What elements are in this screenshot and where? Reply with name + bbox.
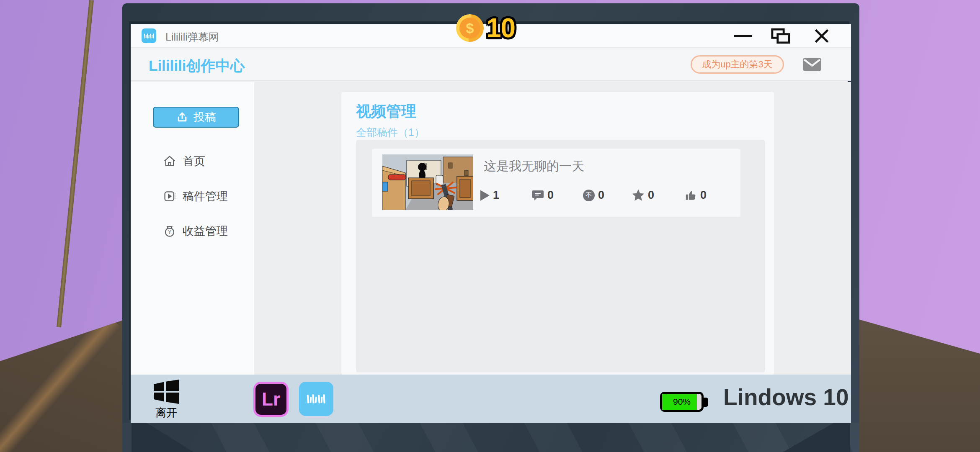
section-title: 视频管理 [356,101,416,122]
restore-icon [771,28,790,44]
stat-likes: 0 [685,189,707,202]
money-hud: $ 10 [456,13,515,44]
sidebar-item-label: 首页 [183,154,205,169]
close-icon [814,28,830,44]
video-title: 这是我无聊的一天 [484,158,584,175]
sidebar-item-home[interactable]: 首页 [162,152,205,170]
lr-app-label: Lr [262,389,280,410]
upload-button[interactable]: 投稿 [153,107,239,128]
stat-danmaku: 不 0 [583,189,604,202]
game-scene: Lililili弹幕网 Lililili创作中心 成为up主的第3天 [0,0,980,452]
stat-favorites: 0 [632,189,654,202]
video-manage-panel: 视频管理 全部稿件（1） [341,92,774,375]
battery-percent: 90% [662,394,701,410]
screen: Lililili弹幕网 Lililili创作中心 成为up主的第3天 [129,21,849,420]
all-submissions-count: 全部稿件（1） [356,126,425,139]
sidebar-item-videos[interactable]: 稿件管理 [162,187,228,205]
coin-icon: $ [456,14,484,42]
lililili-bars-icon [305,391,328,406]
taskbar-app-lr[interactable]: Lr [253,382,289,417]
page-title: Lililili创作中心 [149,56,245,76]
stat-value: 0 [598,189,604,202]
play-icon [480,190,490,201]
windows-logo-icon [152,380,180,404]
video-card[interactable]: 这是我无聊的一天 1 [372,149,740,217]
sidebar-item-label: 收益管理 [183,223,228,239]
stat-plays: 1 [480,189,499,202]
mail-icon [802,56,822,73]
stat-value: 1 [493,189,499,202]
money-amount: 10 [486,13,515,44]
submission-list: 这是我无聊的一天 1 [356,140,765,372]
danmaku-icon: 不 [583,190,595,201]
stat-value: 0 [547,189,554,202]
taskbar: 离开 Lr [131,375,851,423]
start-button[interactable]: 离开 [147,380,185,420]
lililili-bars-icon [144,32,155,40]
lililili-favicon [142,28,156,43]
minimize-icon [734,35,752,37]
stat-comments: 0 [531,189,554,202]
sidebar-item-revenue[interactable]: ¥ 收益管理 [162,222,228,240]
fps-game-thumbnail-art [382,154,473,210]
main-content: 视频管理 全部稿件（1） [254,82,851,375]
stat-value: 0 [700,189,707,202]
bezel-shadow-right [783,423,850,452]
taskbar-app-lililili[interactable] [299,382,333,416]
upload-icon [176,111,188,123]
battery-nub [703,398,708,407]
star-icon [632,189,645,201]
creator-center-header: Lililili创作中心 成为up主的第3天 [131,48,851,81]
window-title: Lililili弹幕网 [165,30,219,44]
yen-symbol: ¥ [168,229,171,235]
bezel-shadow-left [132,423,193,452]
video-thumbnail [382,154,473,210]
sidebar: 投稿 首页 [131,82,254,375]
money-bag-icon: ¥ [162,224,177,238]
home-icon [162,154,177,168]
dollar-symbol: $ [459,18,480,39]
video-manage-icon [162,189,177,203]
restore-button[interactable] [769,24,792,48]
close-button[interactable] [810,24,833,48]
upload-label: 投稿 [193,110,216,125]
os-name-label: Lindows 10 [723,384,849,411]
stat-value: 0 [648,189,654,202]
window-body: 投稿 首页 [131,82,851,375]
start-label: 离开 [147,406,185,420]
up-days-badge: 成为up主的第3天 [691,55,784,74]
thumbs-up-icon [685,190,697,201]
minimize-button[interactable] [731,24,755,48]
sidebar-item-label: 稿件管理 [183,189,228,204]
battery-indicator: 90% [660,392,704,412]
comment-icon [531,190,544,201]
mail-button[interactable] [802,56,822,73]
monitor: Lililili弹幕网 Lililili创作中心 成为up主的第3天 [122,3,859,452]
